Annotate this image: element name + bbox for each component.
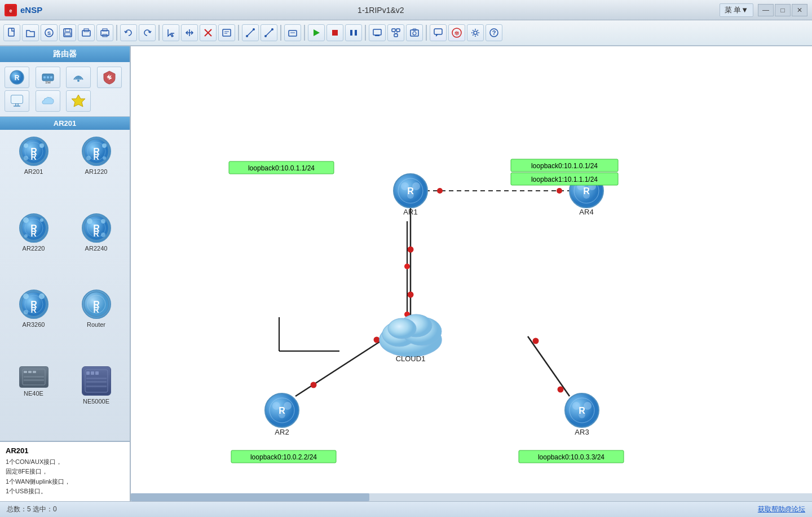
app-logo: e eNSP xyxy=(5,4,42,16)
svg-rect-99 xyxy=(86,371,90,375)
svg-text:R: R xyxy=(15,74,20,82)
switch-category-btn[interactable]: SW xyxy=(36,67,60,88)
device-ar2220[interactable]: R AR2220 xyxy=(5,211,63,283)
start-button[interactable] xyxy=(308,24,325,41)
link-button[interactable] xyxy=(242,24,259,41)
svg-point-19 xyxy=(246,35,248,37)
svg-text:R: R xyxy=(407,186,414,196)
topology-button[interactable] xyxy=(387,24,404,41)
settings-button[interactable] xyxy=(467,24,484,41)
router-category-btn[interactable]: R xyxy=(5,67,29,88)
ar201-label: AR201 xyxy=(24,168,43,175)
canvas-area[interactable]: CLOUD1 R AR1 R AR2 xyxy=(131,46,812,501)
undo-button[interactable] xyxy=(120,24,137,41)
ar2220-label: AR2220 xyxy=(23,245,45,252)
svg-text:R: R xyxy=(93,147,100,156)
ar1-node[interactable]: R xyxy=(394,174,427,208)
save-button[interactable] xyxy=(59,24,76,41)
svg-point-63 xyxy=(39,143,44,148)
device-ar1220[interactable]: R AR1220 xyxy=(67,134,125,207)
toolbar: S xyxy=(0,20,812,46)
select-button[interactable] xyxy=(162,24,179,41)
delete-button[interactable] xyxy=(200,24,217,41)
svg-text:?: ? xyxy=(492,29,496,36)
cloud1-node[interactable] xyxy=(379,314,442,357)
svg-rect-2 xyxy=(8,28,14,36)
ar2-node[interactable]: R xyxy=(265,393,299,427)
property-button[interactable] xyxy=(218,24,235,41)
screenshot-button[interactable] xyxy=(406,24,423,41)
svg-point-81 xyxy=(101,219,105,224)
ar3-node[interactable]: R xyxy=(565,393,599,427)
device-router[interactable]: R Router xyxy=(67,287,125,360)
canvas-scrollbar[interactable] xyxy=(131,493,812,501)
router-label: Router xyxy=(87,321,105,328)
pan-button[interactable] xyxy=(181,24,198,41)
device-ne40e[interactable]: NE40E xyxy=(5,364,63,436)
svg-point-76 xyxy=(24,234,28,238)
waypoint-ar1-cloud-1 xyxy=(404,264,410,269)
dot-ar2-cloud xyxy=(311,382,317,388)
ar1-ip-label: loopback0:10.0.1.1/24 xyxy=(248,164,315,172)
svg-rect-103 xyxy=(86,381,107,383)
svg-rect-96 xyxy=(24,376,44,378)
svg-point-21 xyxy=(264,35,267,37)
firewall-category-btn[interactable] xyxy=(97,67,122,88)
svg-rect-100 xyxy=(91,371,94,375)
svg-point-75 xyxy=(40,218,43,222)
print-button[interactable] xyxy=(96,24,113,41)
svg-text:R: R xyxy=(583,186,590,196)
cloud-category-btn[interactable] xyxy=(36,90,60,112)
svg-point-74 xyxy=(23,217,29,223)
statusbar: 总数：5 选中：0 获取帮助@论坛 xyxy=(0,501,812,517)
other-category-btn[interactable] xyxy=(66,90,91,112)
dot-ar1-ar4-1 xyxy=(437,188,443,194)
svg-point-20 xyxy=(253,28,255,30)
help-button[interactable]: ? xyxy=(486,24,502,41)
ar2-ip-label: loopback0:10.0.2.2/24 xyxy=(250,453,317,461)
app-name: eNSP xyxy=(20,5,42,15)
label-button[interactable] xyxy=(284,24,301,41)
chat-button[interactable] xyxy=(430,24,447,41)
svg-point-87 xyxy=(39,293,45,299)
link2-button[interactable] xyxy=(261,24,277,41)
menu-item[interactable]: 菜 单▼ xyxy=(720,3,753,17)
ne40e-icon xyxy=(19,366,48,388)
open-button[interactable] xyxy=(22,24,39,41)
device-ar3260[interactable]: R AR3260 xyxy=(5,287,63,360)
close-button[interactable]: ✕ xyxy=(792,4,807,16)
device-ne5000e[interactable]: NE5000E xyxy=(67,364,125,436)
dot-ar2-cloud-2 xyxy=(374,337,380,343)
minimize-button[interactable]: — xyxy=(758,4,774,16)
svg-rect-101 xyxy=(95,371,99,375)
new-button[interactable] xyxy=(3,24,20,41)
status-help[interactable]: 获取帮助@论坛 xyxy=(758,505,805,514)
pause-button[interactable] xyxy=(345,24,362,41)
svg-text:华: 华 xyxy=(454,31,460,36)
network-canvas: CLOUD1 R AR1 R AR2 xyxy=(131,46,812,501)
ar1220-icon: R xyxy=(82,137,111,166)
config-button[interactable] xyxy=(369,24,386,41)
svg-rect-15 xyxy=(223,29,231,36)
canvas-scrollbar-thumb[interactable] xyxy=(131,493,369,501)
redo-button[interactable] xyxy=(139,24,156,41)
svg-text:R: R xyxy=(93,224,100,233)
stop-button[interactable] xyxy=(326,24,343,41)
svg-marker-25 xyxy=(314,29,320,36)
svg-rect-94 xyxy=(28,371,32,373)
pc-category-btn[interactable] xyxy=(5,90,29,112)
wireless-category-btn[interactable] xyxy=(66,67,91,88)
svg-rect-27 xyxy=(350,30,352,36)
link-ar2-cloud-line xyxy=(295,336,388,396)
ar2-label: AR2 xyxy=(275,428,289,436)
selected-device-desc: 1个CON/AUX接口， 固定8FE接口， 1个WAN侧uplink接口， 1个… xyxy=(6,457,124,497)
restore-button[interactable]: □ xyxy=(775,4,791,16)
device-ar201[interactable]: R AR201 xyxy=(5,134,63,207)
huawei-button[interactable]: 华 xyxy=(448,24,465,41)
device-ar2240[interactable]: R AR2240 xyxy=(67,211,125,283)
sample-button[interactable]: S xyxy=(41,24,58,41)
ar4-label: AR4 xyxy=(579,208,593,216)
sidebar-description: AR201 1个CON/AUX接口， 固定8FE接口， 1个WAN侧uplink… xyxy=(0,441,130,501)
svg-point-82 xyxy=(101,233,105,237)
print-preview-button[interactable] xyxy=(78,24,95,41)
